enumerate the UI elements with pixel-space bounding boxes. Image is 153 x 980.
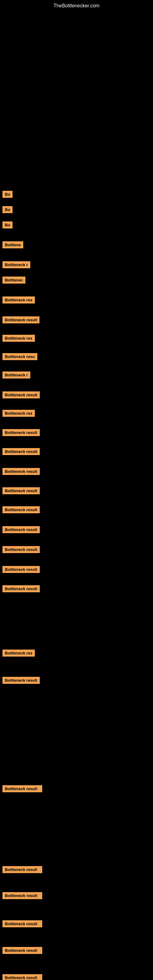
bottleneck-result-bar: Bottleneck result [2, 892, 42, 899]
bottleneck-result-bar: Bottleneck result [2, 920, 42, 928]
bottleneck-result-bar: Bottleneck result [2, 974, 42, 980]
bottleneck-result-bar: Bottlene [2, 241, 23, 248]
bottleneck-result-bar: Bottleneck result [2, 677, 40, 684]
bottleneck-result-bar: Bottleneck result [2, 526, 40, 533]
bottleneck-result-bar: Bottleneck result [2, 546, 40, 553]
bottleneck-result-bar: Bottleneck result [2, 866, 42, 873]
bottleneck-result-bar: Bottleneck result [2, 391, 40, 398]
bottleneck-result-bar: Bottleneck result [2, 785, 42, 792]
bottleneck-result-bar: Bottleneck res [2, 649, 35, 657]
bottleneck-result-bar: Bo [2, 206, 13, 213]
bottleneck-result-bar: Bottleneck result [2, 468, 40, 475]
bottleneck-result-bar: Bottleneck res [2, 335, 35, 342]
bottleneck-result-bar: Bo [2, 221, 13, 229]
bottleneck-result-bar: Bottleneck resu [2, 353, 37, 360]
bottleneck-result-bar: Bottleneck r [2, 371, 30, 379]
bottleneck-result-bar: Bottleneck result [2, 429, 40, 436]
bottleneck-result-bar: Bottleneck result [2, 585, 40, 592]
bottleneck-result-bar: Bottleneck res [2, 296, 35, 304]
bottleneck-result-bar: Bottleneck result [2, 448, 40, 455]
bottleneck-result-bar: Bottleneck result [2, 487, 40, 494]
bottleneck-result-bar: Bottleneck r [2, 261, 30, 268]
bottleneck-result-bar: Bottleneck res [2, 410, 35, 417]
bottleneck-result-bar: Bottlenec [2, 277, 26, 283]
bottleneck-result-bar: Bottleneck result [2, 947, 42, 954]
bottleneck-result-bar: Bottleneck result [2, 566, 40, 573]
bottleneck-result-bar: Bottleneck result [2, 506, 40, 513]
bottleneck-result-bar: Bo [2, 191, 13, 198]
bottleneck-result-bar: Bottleneck result [2, 317, 40, 323]
site-title: TheBottlenecker.com [0, 0, 153, 10]
